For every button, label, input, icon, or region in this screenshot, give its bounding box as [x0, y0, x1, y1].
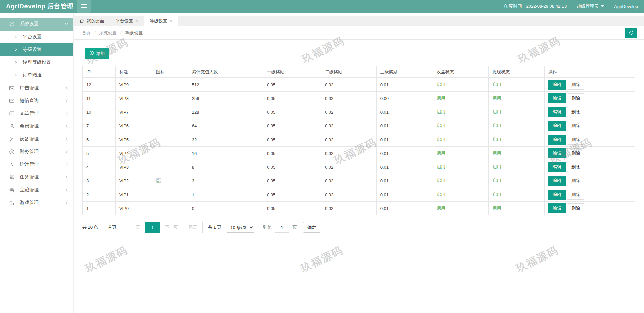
brand-link[interactable]: AgriDevelop	[614, 4, 638, 9]
income-status-cell: 启用	[433, 202, 488, 215]
row-reward-level2: 0.02	[321, 160, 376, 174]
menu-toggle-button[interactable]	[77, 0, 91, 13]
row-id: 7	[83, 119, 116, 133]
edit-button[interactable]: 编辑	[548, 162, 566, 172]
chevron-left-icon: <	[66, 161, 68, 168]
row-reward-level2: 0.02	[321, 147, 376, 160]
goto-prefix: 到第	[263, 224, 272, 230]
last-page-button[interactable]: 尾页	[183, 222, 203, 233]
table-row: 4VIP380.050.020.01启用启用编辑删除	[83, 160, 635, 174]
add-button[interactable]: 添加	[85, 48, 109, 59]
sidebar-item-label: 短信查询	[20, 98, 39, 104]
column-header: 操作	[544, 66, 635, 78]
income-status-badge: 启用	[437, 192, 445, 197]
tab-label: 平台设置	[116, 18, 133, 24]
sidebar-item-article-management[interactable]: 文章管理<	[0, 107, 73, 120]
table-row: 12VIP95120.050.020.01启用启用编辑删除	[83, 78, 635, 92]
row-recharge-count: 512	[188, 78, 263, 92]
delete-button[interactable]: 删除	[567, 176, 584, 186]
delete-button[interactable]: 删除	[567, 190, 584, 200]
breadcrumb: 首页 / 系统设置 / 等级设置	[74, 26, 644, 40]
row-reward-level2: 0.02	[321, 92, 376, 105]
tab-platform-settings[interactable]: 平台设置 ×	[110, 16, 144, 26]
withdraw-status-badge: 启用	[492, 82, 501, 87]
edit-button[interactable]: 编辑	[548, 203, 566, 213]
server-time: 印度时间：2022-08-29 08:42:53	[504, 3, 567, 9]
sidebar-item-game-management[interactable]: 游戏管理<	[0, 196, 73, 209]
sidebar-item-member-management[interactable]: 会员管理<	[0, 120, 73, 133]
tab-my-desktop[interactable]: 我的桌面	[74, 16, 110, 26]
sidebar-item-task-management[interactable]: 任务管理<	[0, 171, 73, 184]
sidebar-item-label: 文章管理	[20, 110, 39, 116]
row-title: VIP3	[115, 160, 152, 174]
withdraw-status-cell: 启用	[489, 160, 544, 174]
sidebar-item-device-management[interactable]: 设备管理<	[0, 133, 73, 145]
income-status-cell: 启用	[433, 147, 488, 160]
refresh-button[interactable]	[625, 28, 637, 38]
prev-page-button[interactable]: 上一页	[122, 222, 146, 233]
next-page-button[interactable]: 下一页	[160, 222, 183, 233]
breadcrumb-home[interactable]: 首页	[82, 30, 91, 36]
sidebar-item-stats-management[interactable]: 统计管理<	[0, 158, 73, 171]
edit-button[interactable]: 编辑	[548, 121, 566, 131]
row-actions-cell: 编辑删除	[544, 92, 635, 105]
table-row: 6VIP5320.050.020.01启用启用编辑删除	[83, 133, 635, 147]
sidebar-item-sms-query[interactable]: 短信查询<	[0, 94, 73, 107]
row-id: 12	[83, 78, 116, 92]
edit-button[interactable]: 编辑	[548, 93, 566, 103]
chevron-left-icon: <	[66, 149, 68, 155]
income-status-badge: 启用	[437, 109, 445, 114]
edit-button[interactable]: 编辑	[548, 176, 566, 186]
row-reward-level3: 0.01	[376, 133, 433, 147]
delete-button[interactable]: 删除	[567, 80, 584, 90]
row-recharge-count: 16	[188, 147, 263, 160]
delete-button[interactable]: 删除	[567, 135, 584, 145]
first-page-button[interactable]: 首页	[103, 222, 122, 233]
goto-suffix: 页	[292, 224, 297, 230]
row-reward-level2: 0.02	[321, 105, 376, 119]
sidebar-item-system-settings[interactable]: 系统设置<	[0, 18, 73, 31]
sidebar-subitem-order-gift[interactable]: >订单赠送	[0, 69, 73, 82]
edit-button[interactable]: 编辑	[548, 135, 566, 145]
row-recharge-count: 32	[188, 133, 263, 147]
sidebar-item-treasure-management[interactable]: 宝藏管理<	[0, 184, 73, 196]
row-reward-level3: 0.01	[376, 174, 433, 188]
home-icon	[79, 19, 84, 23]
delete-button[interactable]: 删除	[567, 203, 584, 213]
sidebar-item-finance-management[interactable]: $财务管理<	[0, 145, 73, 158]
edit-button[interactable]: 编辑	[548, 107, 566, 117]
row-recharge-count: 3	[188, 174, 263, 188]
edit-button[interactable]: 编辑	[548, 190, 566, 200]
sidebar-subitem-manager-level-settings[interactable]: >经理等级设置	[0, 56, 73, 69]
delete-button[interactable]: 删除	[567, 148, 584, 158]
delete-button[interactable]: 删除	[567, 93, 584, 103]
chevron-right-icon: >	[15, 47, 17, 53]
sidebar-subitem-level-settings[interactable]: >等级设置	[0, 43, 73, 56]
sidebar-subitem-label: 平台设置	[23, 34, 42, 40]
delete-button[interactable]: 删除	[567, 107, 584, 117]
withdraw-status-cell: 启用	[489, 119, 544, 133]
confirm-button[interactable]: 确定	[303, 222, 320, 233]
pulse-icon	[9, 161, 15, 167]
sidebar-item-ad-management[interactable]: 广告管理<	[0, 82, 73, 94]
page-size-select[interactable]: 10 条/页	[227, 222, 254, 233]
breadcrumb-system-settings[interactable]: 系统设置	[99, 30, 117, 36]
close-icon[interactable]: ×	[170, 19, 173, 24]
row-reward-level3: 0.01	[376, 78, 433, 92]
sidebar-subitem-label: 经理等级设置	[23, 59, 51, 65]
delete-button[interactable]: 删除	[567, 162, 584, 172]
delete-button[interactable]: 删除	[567, 121, 584, 131]
row-reward-level2: 0.02	[321, 202, 376, 215]
user-menu[interactable]: 超级管理员	[577, 3, 604, 9]
tab-label: 我的桌面	[87, 18, 104, 24]
sidebar-subitem-platform-settings[interactable]: >平台设置	[0, 31, 73, 43]
row-title: VIP9	[115, 78, 152, 92]
edit-button[interactable]: 编辑	[548, 80, 566, 90]
current-page-button[interactable]: 1	[145, 222, 160, 233]
close-icon[interactable]: ×	[136, 19, 139, 24]
tab-level-settings[interactable]: 等级设置 ×	[144, 16, 178, 26]
income-status-cell: 启用	[433, 78, 488, 92]
goto-page-input[interactable]	[275, 222, 289, 233]
edit-button[interactable]: 编辑	[548, 148, 566, 158]
chevron-right-icon: >	[15, 34, 17, 40]
